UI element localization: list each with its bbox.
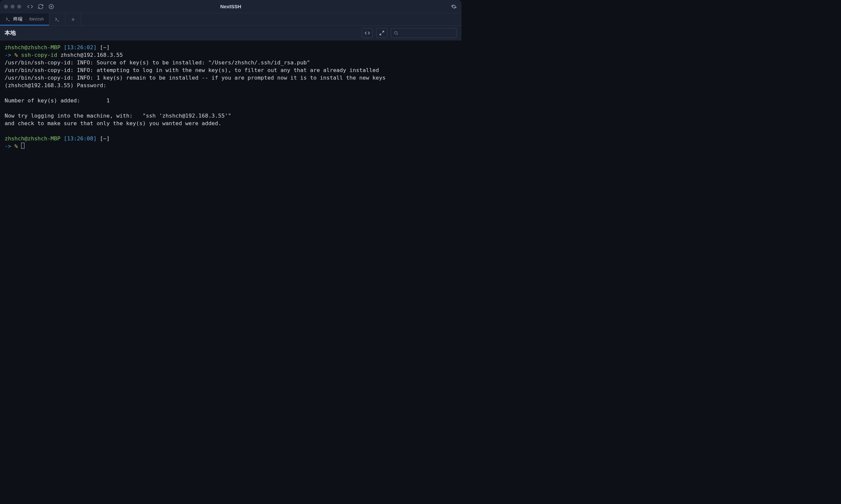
svg-line-8	[380, 33, 381, 35]
cmd: ssh-copy-id	[21, 52, 57, 58]
prompt-arrow: ->	[5, 52, 11, 58]
prompt-userhost: zhshch@zhshch-MBP	[5, 44, 61, 51]
plus-icon	[71, 17, 75, 22]
svg-point-9	[394, 31, 397, 34]
close-window-button[interactable]	[4, 5, 8, 8]
session-title: 本地	[5, 29, 16, 37]
titlebar: NextSSH	[0, 0, 462, 13]
tab-new-terminal[interactable]	[49, 13, 66, 25]
term-line: /usr/bin/ssh-copy-id: INFO: 1 key(s) rem…	[5, 75, 385, 81]
term-line: /usr/bin/ssh-copy-id: INFO: Source of ke…	[5, 59, 310, 66]
minimize-window-button[interactable]	[11, 5, 15, 8]
gear-icon[interactable]	[451, 4, 457, 10]
search-input[interactable]	[400, 30, 454, 35]
prompt-pct: %	[15, 52, 18, 58]
terminal-output[interactable]: zhshch@zhshch-MBP [13:26:02] [~] -> % ss…	[0, 40, 462, 277]
terminal-icon	[5, 17, 11, 22]
prompt-time: [13:26:02]	[64, 44, 97, 51]
tab-separator: ·	[25, 17, 27, 21]
cmd-arg: zhshch@192.168.3.55	[61, 52, 123, 58]
term-line: (zhshch@192.168.3.55) Password:	[5, 82, 106, 89]
window-title: NextSSH	[220, 4, 241, 9]
term-line: and check to make sure that only the key…	[5, 120, 222, 126]
svg-line-7	[382, 31, 384, 33]
prompt-path: [~]	[100, 44, 110, 51]
add-circle-icon[interactable]	[48, 4, 54, 10]
toolbar: 本地	[0, 26, 462, 40]
term-line: /usr/bin/ssh-copy-id: INFO: attempting t…	[5, 67, 379, 73]
prompt-userhost: zhshch@zhshch-MBP	[5, 136, 61, 142]
search-box[interactable]	[391, 28, 457, 38]
zoom-window-button[interactable]	[17, 5, 21, 8]
term-line: Number of key(s) added: 1	[5, 97, 110, 104]
tab-label: 终端	[13, 16, 22, 22]
tabbar: 终端 · /bin/zsh	[0, 13, 462, 26]
code-icon[interactable]	[27, 4, 33, 10]
tab-add[interactable]	[66, 13, 81, 25]
svg-line-10	[397, 34, 398, 35]
prompt-arrow: ->	[5, 143, 11, 149]
prompt-pct: %	[15, 143, 18, 149]
window-controls	[4, 5, 21, 8]
terminal-icon	[54, 17, 60, 22]
cursor	[21, 143, 24, 149]
fullscreen-button[interactable]	[376, 28, 388, 38]
prompt-time: [13:26:08]	[64, 136, 97, 142]
tab-terminal-active[interactable]: 终端 · /bin/zsh	[0, 13, 49, 25]
term-line: Now try logging into the machine, with: …	[5, 113, 231, 119]
search-icon	[394, 31, 398, 35]
tab-path: /bin/zsh	[29, 17, 44, 21]
prompt-path: [~]	[100, 136, 110, 142]
sync-icon[interactable]	[38, 4, 44, 10]
code-view-button[interactable]	[362, 28, 373, 38]
